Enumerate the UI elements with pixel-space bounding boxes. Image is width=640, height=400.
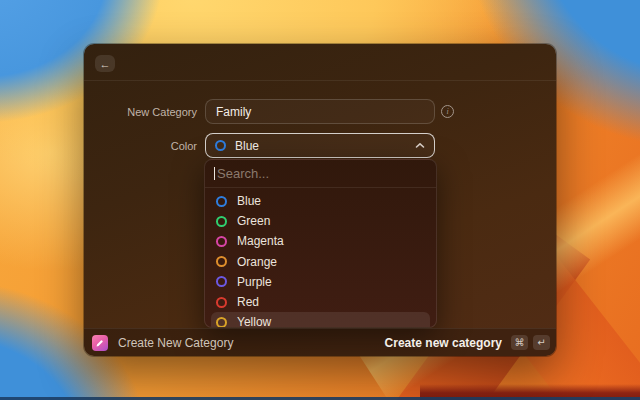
cmd-key-icon: ⌘ [511, 335, 528, 350]
dropdown-search [205, 160, 436, 187]
color-option-label: Green [237, 214, 270, 228]
info-icon[interactable]: i [441, 105, 454, 118]
window-header: ← [84, 44, 556, 81]
dropdown-search-input[interactable] [205, 160, 436, 187]
color-dropdown: Blue Green Magenta Orange [204, 159, 437, 328]
command-title: Create New Category [118, 336, 233, 350]
category-name-input[interactable] [205, 99, 435, 124]
color-option-list: Blue Green Magenta Orange [205, 191, 436, 327]
back-button[interactable]: ← [95, 55, 115, 72]
color-option[interactable]: Magenta [211, 231, 430, 251]
color-ring-icon [216, 196, 227, 207]
color-ring-icon [216, 297, 227, 308]
action-bar-right: Create new category ⌘ ↵ [385, 335, 550, 350]
chevron-up-icon [415, 142, 425, 149]
text-caret [214, 167, 215, 180]
color-option-label: Red [237, 295, 259, 309]
color-select[interactable]: Blue [205, 133, 435, 158]
back-arrow-icon: ← [100, 58, 111, 70]
color-option[interactable]: Yellow [211, 312, 430, 327]
dropdown-divider [205, 187, 436, 188]
color-option-label: Yellow [237, 315, 271, 327]
color-option[interactable]: Orange [211, 252, 430, 272]
action-bar: Create New Category Create new category … [84, 328, 556, 356]
color-option[interactable]: Purple [211, 272, 430, 292]
return-key-icon: ↵ [533, 335, 550, 350]
color-option[interactable]: Blue [211, 191, 430, 211]
new-category-label: New Category [84, 106, 197, 118]
pencil-icon [95, 338, 105, 348]
color-label: Color [84, 140, 197, 152]
color-option-label: Blue [237, 194, 261, 208]
color-ring-icon [216, 317, 227, 327]
create-category-window: ← New Category i Color Blue Blue [84, 44, 556, 356]
color-ring-icon [216, 236, 227, 247]
color-option[interactable]: Red [211, 292, 430, 312]
color-option[interactable]: Green [211, 211, 430, 231]
color-ring-icon [216, 276, 227, 287]
color-ring-icon [216, 256, 227, 267]
selected-color-value: Blue [235, 139, 259, 153]
color-option-label: Magenta [237, 234, 284, 248]
color-ring-icon [216, 216, 227, 227]
primary-action-button[interactable]: Create new category [385, 336, 502, 350]
extension-icon [92, 335, 108, 351]
selected-color-ring-icon [215, 140, 226, 151]
color-option-label: Purple [237, 275, 272, 289]
color-option-label: Orange [237, 255, 277, 269]
